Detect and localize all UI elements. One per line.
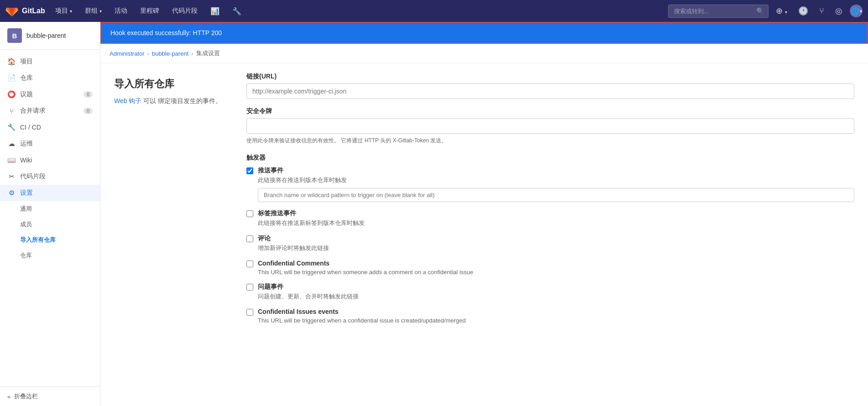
- sidebar-item-ci-cd[interactable]: 🔧 CI / CD: [0, 119, 100, 135]
- trigger-push-checkbox[interactable]: [246, 167, 253, 174]
- webhook-link[interactable]: Web 钩子: [114, 97, 141, 104]
- gitlab-logo[interactable]: GitLab: [5, 5, 45, 17]
- trigger-confidential-issues: Confidential Issues events This URL will…: [246, 308, 854, 324]
- trigger-tag-push-row: 标签推送事件: [246, 209, 854, 218]
- plus-button[interactable]: ⊕ ▾: [772, 3, 791, 19]
- trigger-confidential-issues-label: Confidential Issues events: [258, 308, 339, 315]
- trigger-confidential-comments-label: Confidential Comments: [258, 260, 329, 267]
- sidebar-item-repository[interactable]: 📄 仓库: [0, 70, 100, 86]
- trigger-comments-row: 评论: [246, 234, 854, 243]
- content-area: 导入所有仓库 Web 钩子 可以 绑定项目发生的事件。 链接(URL) 安全令牌…: [100, 63, 868, 340]
- sidebar-sub-general[interactable]: 通用: [0, 201, 100, 217]
- settings-icon: ⚙: [7, 189, 16, 197]
- nav-wrench[interactable]: 🔧: [228, 4, 246, 18]
- trigger-tag-push: 标签推送事件 此链接将在推送新标签到版本仓库时触发: [246, 209, 854, 227]
- breadcrumb-current: 集成设置: [196, 49, 220, 57]
- trigger-confidential-comments-row: Confidential Comments: [246, 260, 854, 267]
- nav-snippets[interactable]: 代码片段: [167, 4, 202, 18]
- trigger-section-title: 触发器: [246, 154, 854, 162]
- nav-activity[interactable]: 活动: [110, 4, 132, 18]
- nav-groups[interactable]: 群组 ▾: [80, 4, 106, 18]
- home-icon: 🏠: [7, 57, 16, 66]
- desc-text: 可以 绑定项目发生的事件。: [143, 97, 222, 104]
- search-wrapper: 🔍: [668, 5, 769, 18]
- chevron-down-icon: ▾: [785, 10, 787, 15]
- sidebar-item-label: 项目: [20, 57, 33, 66]
- sidebar-item-project[interactable]: 🏠 项目: [0, 53, 100, 70]
- trigger-confidential-comments-checkbox[interactable]: [246, 260, 253, 267]
- sidebar-item-settings[interactable]: ⚙ 设置: [0, 185, 100, 201]
- trigger-push-branch-input[interactable]: [258, 188, 854, 202]
- wrench-icon: 🔧: [232, 7, 241, 16]
- trigger-issues: 问题事件 问题创建、更新、合并时将触发此链接: [246, 283, 854, 301]
- merge-badge: 0: [84, 108, 93, 114]
- page-layout: B bubble-parent 🏠 项目 📄 仓库 ⭕ 议题 0 ⑂ 合并请求 …: [0, 22, 868, 406]
- sidebar-item-operations[interactable]: ☁ 运维: [0, 135, 100, 152]
- merge-icon: ⑂: [819, 6, 824, 16]
- sidebar: B bubble-parent 🏠 项目 📄 仓库 ⭕ 议题 0 ⑂ 合并请求 …: [0, 22, 100, 406]
- sidebar-item-label: 仓库: [20, 74, 33, 82]
- trigger-push: 推送事件 此链接将在推送到版本仓库时触发: [246, 167, 854, 202]
- issues-icon: ⭕: [7, 90, 16, 99]
- sidebar-item-label: 代码片段: [20, 172, 46, 181]
- collapse-icon: «: [7, 393, 10, 400]
- left-section: 导入所有仓库 Web 钩子 可以 绑定项目发生的事件。: [100, 63, 237, 340]
- sidebar-item-wiki[interactable]: 📖 Wiki: [0, 152, 100, 168]
- ops-icon: ☁: [7, 140, 16, 148]
- trigger-issues-row: 问题事件: [246, 283, 854, 291]
- clock-button[interactable]: 🕐: [795, 3, 812, 19]
- chevron-down-icon: ▾: [860, 9, 862, 14]
- sidebar-sub-repo[interactable]: 仓库: [0, 248, 100, 263]
- trigger-confidential-issues-desc: This URL will be triggered when a confid…: [258, 317, 854, 324]
- user-avatar[interactable]: 🌐 ▾: [850, 5, 863, 17]
- clock-icon: 🕐: [798, 6, 808, 16]
- trigger-tag-push-checkbox[interactable]: [246, 210, 253, 217]
- sidebar-item-label: CI / CD: [20, 124, 41, 131]
- sidebar-header: B bubble-parent: [0, 22, 100, 50]
- breadcrumb-separator: ›: [191, 50, 193, 57]
- trigger-push-desc: 此链接将在推送到版本仓库时触发: [258, 176, 854, 184]
- project-name: bubble-parent: [26, 32, 66, 39]
- breadcrumb-project[interactable]: bubble-parent: [152, 50, 188, 57]
- trigger-tag-push-desc: 此链接将在推送新标签到版本仓库时触发: [258, 219, 854, 227]
- sidebar-item-issues[interactable]: ⭕ 议题 0: [0, 86, 100, 103]
- token-field-label: 安全令牌: [246, 107, 854, 115]
- search-input[interactable]: [668, 5, 769, 18]
- chevron-down-icon: ▾: [70, 9, 72, 14]
- token-hint: 使用此令牌来验证接收信息的有效性。 它将通过 HTTP 头的 X-Gitlab-…: [246, 136, 854, 145]
- sidebar-item-label: 合并请求: [20, 107, 46, 115]
- collapse-label: 折叠边栏: [14, 392, 38, 401]
- sidebar-item-merge-requests[interactable]: ⑂ 合并请求 0: [0, 103, 100, 119]
- breadcrumb-admin[interactable]: Administrator: [110, 50, 145, 57]
- sidebar-item-snippets[interactable]: ✂ 代码片段: [0, 168, 100, 185]
- snippets-icon: ✂: [7, 172, 16, 181]
- success-banner: Hook executed successfully: HTTP 200: [100, 22, 868, 44]
- plus-icon: ⊕: [776, 6, 783, 16]
- url-field-label: 链接(URL): [246, 73, 854, 81]
- sidebar-sub-import[interactable]: 导入所有仓库: [0, 232, 100, 248]
- trigger-comments-checkbox[interactable]: [246, 235, 253, 242]
- sidebar-item-label: 运维: [20, 140, 33, 148]
- search-icon: 🔍: [756, 7, 764, 15]
- trigger-confidential-comments: Confidential Comments This URL will be t…: [246, 260, 854, 276]
- issues-button[interactable]: ◎: [831, 3, 846, 19]
- project-avatar: B: [7, 28, 22, 43]
- chart-icon: 📊: [210, 7, 220, 16]
- trigger-confidential-issues-checkbox[interactable]: [246, 309, 253, 316]
- nav-milestones[interactable]: 里程碑: [136, 4, 164, 18]
- sidebar-sub-members[interactable]: 成员: [0, 217, 100, 232]
- url-input[interactable]: [246, 83, 854, 99]
- collapse-sidebar-button[interactable]: « 折叠边栏: [0, 386, 100, 406]
- trigger-issues-desc: 问题创建、更新、合并时将触发此链接: [258, 292, 854, 301]
- right-section: 链接(URL) 安全令牌 使用此令牌来验证接收信息的有效性。 它将通过 HTTP…: [237, 63, 868, 340]
- merge-request-button[interactable]: ⑂: [816, 4, 828, 19]
- breadcrumb: Administrator › bubble-parent › 集成设置: [100, 44, 868, 63]
- nav-chart[interactable]: 📊: [206, 4, 224, 18]
- trigger-comments: 评论 增加新评论时将触发此链接: [246, 234, 854, 252]
- avatar-icon: 🌐: [851, 7, 860, 16]
- token-input[interactable]: [246, 118, 854, 134]
- sidebar-item-label: Wiki: [20, 156, 32, 164]
- trigger-issues-checkbox[interactable]: [246, 284, 253, 291]
- nav-projects[interactable]: 项目 ▾: [51, 4, 77, 18]
- sidebar-item-label: 议题: [20, 90, 33, 99]
